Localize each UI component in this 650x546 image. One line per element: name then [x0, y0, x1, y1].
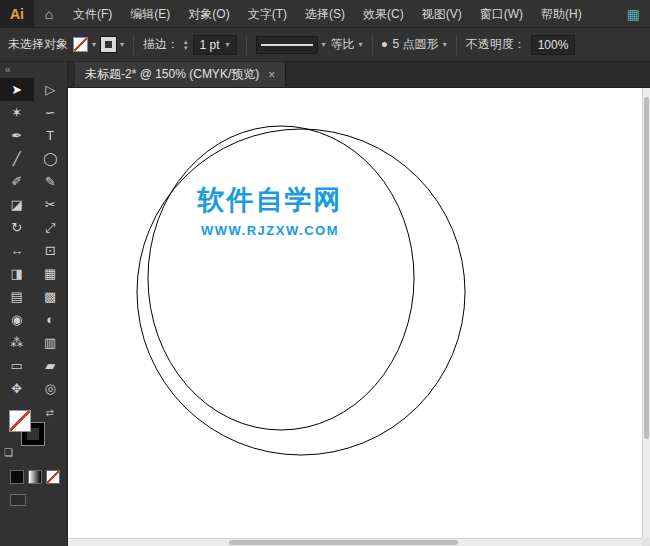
no-selection-label: 未选择对象 — [8, 36, 68, 53]
scissors-tool[interactable]: ✂ — [34, 193, 68, 216]
menu-object[interactable]: 对象(O) — [179, 0, 238, 28]
type-tool[interactable]: T — [34, 124, 68, 147]
magic-wand-tool[interactable]: ✶ — [0, 101, 34, 124]
panel-collapse-icon[interactable]: « — [0, 62, 67, 78]
eyedropper-tool[interactable]: ◉ — [0, 308, 34, 331]
watermark: 软件自学网 WWW.RJZXW.COM — [184, 182, 356, 238]
menu-view[interactable]: 视图(V) — [413, 0, 471, 28]
fill-well-none[interactable] — [9, 410, 31, 432]
artwork-ellipse-small[interactable] — [148, 126, 414, 430]
main-area: « ➤ ▷ ✶ ∽ ✒ T ╱ ◯ ✐ ✎ ◪ ✂ ↻ ⤢ ↔ ⊡ ◨ ▦ ▤ — [0, 62, 650, 546]
vertical-scrollbar[interactable] — [642, 88, 650, 538]
shape-builder-tool[interactable]: ◨ — [0, 262, 34, 285]
drawing-mode-button[interactable] — [10, 494, 26, 506]
menu-edit[interactable]: 编辑(E) — [121, 0, 179, 28]
artwork-ellipse-large[interactable] — [137, 129, 465, 455]
fill-color-dropdown[interactable]: ▾ — [73, 37, 96, 52]
column-graph-tool[interactable]: ▥ — [34, 331, 68, 354]
separator — [246, 35, 247, 55]
width-profile-label: 等比 — [331, 36, 355, 53]
tools-grid: ➤ ▷ ✶ ∽ ✒ T ╱ ◯ ✐ ✎ ◪ ✂ ↻ ⤢ ↔ ⊡ ◨ ▦ ▤ ▩ — [0, 78, 67, 400]
stroke-weight-label: 描边： — [143, 36, 179, 53]
horizontal-scrollbar-thumb[interactable] — [229, 540, 459, 545]
apply-color-button[interactable] — [10, 470, 24, 484]
document-area: 未标题-2* @ 150% (CMYK/预览) × 软件自学网 WWW.RJZX… — [68, 62, 650, 546]
scale-tool[interactable]: ⤢ — [34, 216, 68, 239]
width-profile-dropdown[interactable]: 等比 ▾ — [331, 36, 363, 53]
opacity-label: 不透明度： — [466, 36, 526, 53]
apply-none-button[interactable] — [46, 470, 60, 484]
opacity-value: 100% — [538, 38, 569, 52]
free-transform-tool[interactable]: ⊡ — [34, 239, 68, 262]
blend-tool[interactable]: ◐ — [34, 308, 68, 331]
chevron-down-icon: ▾ — [359, 40, 363, 49]
paintbrush-tool[interactable]: ✐ — [0, 170, 34, 193]
menu-file[interactable]: 文件(F) — [64, 0, 121, 28]
apply-gradient-button[interactable] — [28, 470, 42, 484]
chevron-down-icon: ▾ — [226, 40, 230, 49]
slice-tool[interactable]: ▰ — [34, 354, 68, 377]
rotate-tool[interactable]: ↻ — [0, 216, 34, 239]
document-tab-title: 未标题-2* @ 150% (CMYK/预览) — [85, 66, 259, 83]
gradient-tool[interactable]: ▩ — [34, 285, 68, 308]
menu-type[interactable]: 文字(T) — [239, 0, 296, 28]
app-logo: Ai — [0, 0, 34, 28]
perspective-grid-tool[interactable]: ▦ — [34, 262, 68, 285]
chevron-down-icon: ▾ — [443, 40, 447, 49]
tools-panel: « ➤ ▷ ✶ ∽ ✒ T ╱ ◯ ✐ ✎ ◪ ✂ ↻ ⤢ ↔ ⊡ ◨ ▦ ▤ — [0, 62, 68, 546]
stroke-weight-value: 1 pt — [200, 38, 220, 52]
stroke-color-dropdown[interactable]: ▾ — [101, 37, 124, 52]
symbol-sprayer-tool[interactable]: ⁂ — [0, 331, 34, 354]
watermark-title: 软件自学网 — [184, 182, 356, 218]
document-tab-bar: 未标题-2* @ 150% (CMYK/预览) × — [68, 62, 650, 88]
eraser-tool[interactable]: ◪ — [0, 193, 34, 216]
hand-tool[interactable]: ✥ — [0, 377, 34, 400]
stroke-style-preview — [256, 36, 318, 54]
brush-preview-icon — [382, 42, 387, 47]
pencil-tool[interactable]: ✎ — [34, 170, 68, 193]
apply-color-row — [10, 470, 67, 484]
menu-effect[interactable]: 效果(C) — [354, 0, 413, 28]
line-segment-tool[interactable]: ╱ — [0, 147, 34, 170]
vertical-scrollbar-thumb[interactable] — [644, 97, 649, 439]
watermark-url: WWW.RJZXW.COM — [184, 223, 356, 238]
menu-help[interactable]: 帮助(H) — [532, 0, 591, 28]
close-icon[interactable]: × — [268, 68, 275, 82]
stroke-weight-stepper[interactable]: ▴ ▾ — [184, 39, 188, 51]
horizontal-scrollbar[interactable] — [68, 538, 642, 546]
width-tool[interactable]: ↔ — [0, 239, 34, 262]
zoom-tool[interactable]: ◎ — [34, 377, 68, 400]
ellipse-tool[interactable]: ◯ — [34, 147, 68, 170]
mesh-tool[interactable]: ▤ — [0, 285, 34, 308]
pen-tool[interactable]: ✒ — [0, 124, 34, 147]
swap-fill-stroke-icon[interactable]: ⇄ — [46, 407, 54, 418]
menu-select[interactable]: 选择(S) — [296, 0, 354, 28]
stroke-weight-field[interactable]: 1 pt ▾ — [193, 35, 237, 55]
menubar: Ai ⌂ 文件(F) 编辑(E) 对象(O) 文字(T) 选择(S) 效果(C)… — [0, 0, 650, 28]
direct-selection-tool[interactable]: ▷ — [34, 78, 68, 101]
canvas[interactable]: 软件自学网 WWW.RJZXW.COM — [68, 88, 650, 546]
artboard-tool[interactable]: ▭ — [0, 354, 34, 377]
brush-label: 5 点圆形 — [393, 36, 439, 53]
scrollbar-corner — [642, 538, 650, 546]
chevron-down-icon: ▾ — [322, 40, 326, 49]
chevron-down-icon: ▾ — [92, 40, 96, 49]
document-tab[interactable]: 未标题-2* @ 150% (CMYK/预览) × — [75, 62, 286, 87]
artwork-layer — [68, 88, 650, 546]
lasso-tool[interactable]: ∽ — [34, 101, 68, 124]
opacity-field[interactable]: 100% — [531, 35, 576, 55]
separator — [133, 35, 134, 55]
stroke-style-dropdown[interactable]: ▾ — [256, 36, 326, 54]
default-fill-stroke-icon[interactable]: ❏ — [4, 447, 13, 458]
illustrator-window: Ai ⌂ 文件(F) 编辑(E) 对象(O) 文字(T) 选择(S) 效果(C)… — [0, 0, 650, 546]
workspace-switcher-icon[interactable]: ▦ — [627, 6, 640, 22]
separator — [372, 35, 373, 55]
brush-dropdown[interactable]: 5 点圆形 ▾ — [382, 36, 447, 53]
control-bar: 未选择对象 ▾ ▾ 描边： ▴ ▾ 1 pt ▾ ▾ 等比 ▾ — [0, 28, 650, 62]
home-icon[interactable]: ⌂ — [34, 0, 64, 28]
chevron-down-icon: ▾ — [120, 40, 124, 49]
separator — [456, 35, 457, 55]
stroke-swatch — [101, 37, 116, 52]
menu-window[interactable]: 窗口(W) — [471, 0, 532, 28]
selection-tool[interactable]: ➤ — [0, 78, 34, 101]
